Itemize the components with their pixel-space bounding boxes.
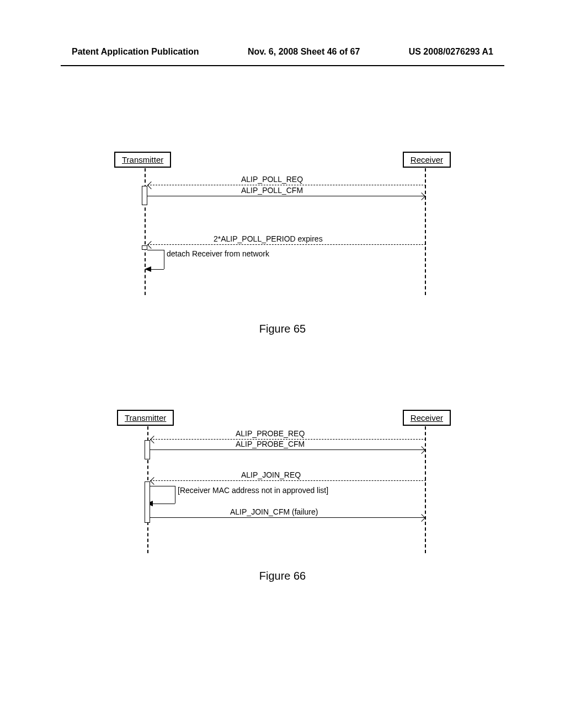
msg-probe-req-arrow (150, 436, 158, 443)
msg-probe-cfm-label: ALIP_PROBE_CFM (236, 440, 305, 448)
self-top (147, 250, 164, 250)
header-rule (61, 65, 504, 66)
figure-65-diagram: Transmitter Receiver ALIP_POLL_REQ ALIP_… (114, 152, 451, 295)
figure-66-diagram: Transmitter Receiver ALIP_PROBE_REQ ALIP… (114, 410, 451, 553)
msg-join-cfm-arrow (418, 514, 425, 522)
tx-activation-2 (145, 481, 150, 523)
msg-poll-cfm-line (147, 196, 426, 196)
header-right: US 2008/0276293 A1 (409, 47, 493, 57)
msg-join-req-label: ALIP_JOIN_REQ (241, 470, 301, 479)
self-right (164, 250, 164, 269)
header-left: Patent Application Publication (72, 47, 199, 57)
transmitter-box: Transmitter (114, 152, 171, 168)
msg-poll-req-arrow (147, 181, 155, 189)
tx-activation-1 (145, 440, 150, 459)
msg-mac-label: [Receiver MAC address not in approved li… (178, 486, 328, 495)
receiver-box: Receiver (403, 410, 451, 426)
self-top-66 (150, 486, 175, 486)
figure-65-caption: Figure 65 (0, 323, 565, 335)
self-right-66 (175, 486, 175, 504)
msg-poll-cfm-arrow (418, 192, 425, 200)
header-center: Nov. 6, 2008 Sheet 46 of 67 (248, 47, 360, 57)
msg-detach-label: detach Receiver from network (167, 249, 269, 258)
msg-poll-req-label: ALIP_POLL_REQ (241, 175, 303, 184)
receiver-box: Receiver (403, 152, 451, 168)
msg-expires-label: 2*ALIP_POLL_PERIOD expires (214, 234, 323, 243)
self-arrow (145, 266, 151, 272)
msg-probe-cfm-arrow (418, 446, 425, 454)
msg-poll-cfm-label: ALIP_POLL_CFM (241, 186, 303, 195)
tx-activation-2 (142, 245, 147, 250)
msg-join-req-line (150, 480, 426, 481)
msg-join-req-arrow (150, 477, 158, 485)
msg-probe-cfm-line (150, 449, 426, 450)
figure-66-caption: Figure 66 (0, 570, 565, 582)
msg-join-cfm-label: ALIP_JOIN_CFM (failure) (230, 507, 318, 516)
msg-expires-arrow (147, 241, 155, 249)
transmitter-box: Transmitter (117, 410, 174, 426)
self-bottom-66 (150, 504, 175, 504)
page-header: Patent Application Publication Nov. 6, 2… (0, 0, 565, 62)
msg-poll-req-line (147, 185, 426, 185)
msg-join-cfm-line (150, 517, 426, 518)
receiver-lifeline (425, 426, 426, 553)
receiver-lifeline (425, 168, 426, 295)
tx-activation-1 (142, 186, 147, 205)
msg-probe-req-label: ALIP_PROBE_REQ (236, 429, 305, 438)
msg-expires-line (147, 244, 426, 245)
